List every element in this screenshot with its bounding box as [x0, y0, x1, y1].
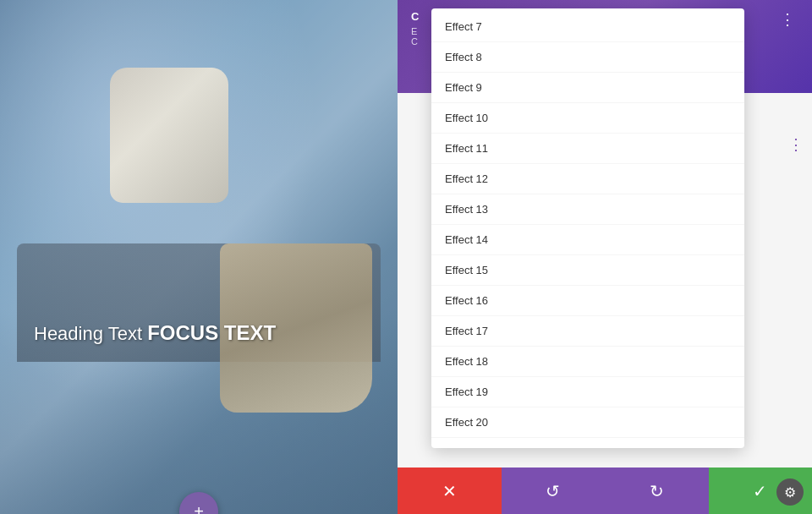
dropdown-item-7[interactable]: Effect 13	[431, 194, 744, 225]
dropdown-item-11[interactable]: Effect 17	[431, 316, 744, 347]
dropdown-item-9[interactable]: Effect 15	[431, 255, 744, 286]
heading-text-overlay: Heading Text FOCUS TEXT	[34, 321, 276, 345]
bottom-toolbar: ✕ ↺ ↻ ✓	[398, 468, 812, 514]
effects-dropdown: Effect 7Effect 8Effect 9Effect 10Effect …	[431, 8, 744, 448]
left-panel: Heading Text FOCUS TEXT +	[0, 0, 398, 514]
redo-button[interactable]: ↻	[605, 468, 709, 514]
undo-button[interactable]: ↺	[502, 468, 606, 514]
dropdown-item-14[interactable]: Effect 20	[431, 407, 744, 438]
dropdown-item-13[interactable]: Effect 19	[431, 377, 744, 407]
add-icon: +	[194, 502, 204, 515]
side-dots-button[interactable]: ⋮	[788, 135, 804, 154]
confirm-icon: ✓	[753, 481, 767, 501]
heading-normal: Heading Text	[34, 323, 147, 344]
dropdown-item-12[interactable]: Effect 18	[431, 347, 744, 377]
gear-icon: ⚙	[784, 484, 796, 500]
settings-gear-button[interactable]: ⚙	[776, 478, 804, 506]
effects-list[interactable]: Effect 7Effect 8Effect 9Effect 10Effect …	[431, 8, 744, 448]
room-background-image: Heading Text FOCUS TEXT	[0, 0, 398, 514]
undo-icon: ↺	[546, 481, 560, 501]
dropdown-item-4[interactable]: Effect 10	[431, 103, 744, 134]
dropdown-item-5[interactable]: Effect 11	[431, 134, 744, 164]
header-dots-button[interactable]: ⋮	[776, 10, 798, 29]
right-panel: C E C ⋮ Effect 7Effect 8Effect 9Effect 1…	[398, 0, 812, 514]
pillow-decoration	[110, 68, 228, 203]
dropdown-item-1[interactable]: Effect 7	[431, 12, 744, 42]
dropdown-item-10[interactable]: Effect 16	[431, 286, 744, 316]
dropdown-item-6[interactable]: Effect 12	[431, 164, 744, 194]
dropdown-item-8[interactable]: Effect 14	[431, 225, 744, 255]
redo-icon: ↻	[650, 481, 664, 501]
dropdown-item-15[interactable]: Effect 21	[431, 438, 744, 448]
dropdown-item-2[interactable]: Effect 8	[431, 42, 744, 73]
cancel-icon: ✕	[442, 481, 457, 501]
heading-focus: FOCUS TEXT	[147, 321, 276, 344]
cancel-button[interactable]: ✕	[398, 468, 502, 514]
dropdown-item-3[interactable]: Effect 9	[431, 73, 744, 103]
